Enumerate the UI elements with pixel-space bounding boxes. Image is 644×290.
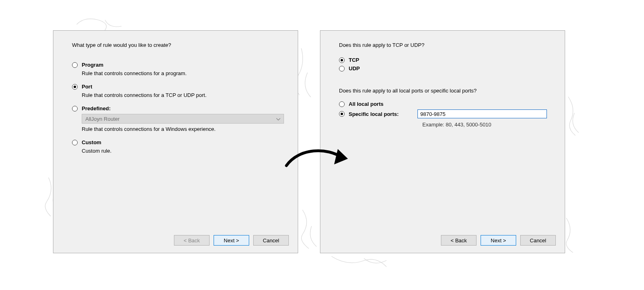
option-specific-ports[interactable]: Specific local ports: Example: 80, 443, …	[339, 109, 551, 128]
radio-udp[interactable]	[339, 66, 345, 71]
cancel-button[interactable]: Cancel	[253, 235, 289, 246]
option-custom-desc: Custom rule.	[82, 148, 284, 154]
specific-ports-input[interactable]	[417, 109, 547, 118]
option-program-label: Program	[82, 62, 103, 68]
radio-port[interactable]	[72, 84, 78, 90]
radio-specific-ports[interactable]	[339, 111, 345, 117]
option-program-desc: Rule that controls connections for a pro…	[82, 70, 284, 76]
option-predefined-label: Predefined:	[82, 105, 111, 111]
back-button[interactable]: < Back	[174, 235, 210, 246]
option-port-label: Port	[82, 84, 92, 90]
option-custom-label: Custom	[82, 139, 101, 145]
rule-type-dialog: What type of rule would you like to crea…	[53, 30, 298, 253]
predefined-combo[interactable]: AllJoyn Router	[82, 114, 284, 124]
right-button-bar: < Back Next > Cancel	[441, 235, 556, 246]
radio-custom[interactable]	[72, 140, 78, 145]
rule-type-prompt: What type of rule would you like to crea…	[72, 42, 284, 48]
radio-program[interactable]	[72, 62, 78, 68]
left-button-bar: < Back Next > Cancel	[174, 235, 289, 246]
next-button[interactable]: Next >	[481, 235, 516, 246]
option-predefined[interactable]: Predefined: AllJoyn Router Rule that con…	[72, 105, 284, 132]
specific-ports-example: Example: 80, 443, 5000-5010	[422, 122, 491, 128]
cancel-button[interactable]: Cancel	[520, 235, 556, 246]
option-port[interactable]: Port Rule that controls connections for …	[72, 84, 284, 98]
option-all-ports-label: All local ports	[349, 101, 383, 107]
option-predefined-desc: Rule that controls connections for a Win…	[82, 126, 284, 132]
ports-prompt: Does this rule apply to all local ports …	[339, 88, 551, 94]
option-specific-ports-label: Specific local ports:	[349, 111, 413, 117]
protocol-ports-dialog: Does this rule apply to TCP or UDP? TCP …	[320, 30, 565, 253]
chevron-down-icon	[276, 116, 280, 122]
option-all-ports[interactable]: All local ports	[339, 101, 551, 107]
option-custom[interactable]: Custom Custom rule.	[72, 139, 284, 154]
next-button[interactable]: Next >	[214, 235, 249, 246]
option-port-desc: Rule that controls connections for a TCP…	[82, 92, 284, 98]
back-button[interactable]: < Back	[441, 235, 477, 246]
radio-tcp[interactable]	[339, 57, 345, 63]
predefined-combo-value: AllJoyn Router	[85, 116, 120, 122]
option-program[interactable]: Program Rule that controls connections f…	[72, 62, 284, 76]
radio-all-ports[interactable]	[339, 101, 345, 107]
option-tcp[interactable]: TCP	[339, 57, 551, 63]
option-tcp-label: TCP	[349, 57, 359, 63]
radio-predefined[interactable]	[72, 106, 78, 111]
protocol-prompt: Does this rule apply to TCP or UDP?	[339, 42, 551, 48]
option-udp[interactable]: UDP	[339, 65, 551, 71]
option-udp-label: UDP	[349, 65, 360, 71]
